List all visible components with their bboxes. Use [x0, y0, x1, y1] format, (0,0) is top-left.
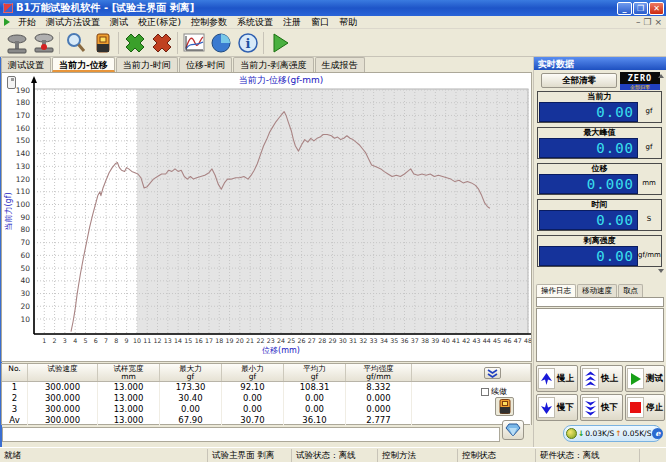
- results-table: No. 试验速度 试样宽度mm 最大力gf 最小力gf 平均力gf 平均强度gf…: [1, 363, 532, 425]
- restore-button[interactable]: ❐: [633, 2, 648, 15]
- svg-text:15: 15: [184, 337, 192, 344]
- menu-item-register[interactable]: 注册: [278, 16, 306, 29]
- start-icon[interactable]: [266, 30, 293, 56]
- stop-button[interactable]: 停止: [625, 394, 665, 421]
- svg-text:16: 16: [195, 337, 203, 344]
- zoom-icon[interactable]: [62, 30, 89, 56]
- mdi-window-controls[interactable]: – ❐ ×: [636, 17, 666, 27]
- status-ready: 就绪: [0, 449, 208, 462]
- continue-label: 续做: [491, 386, 507, 397]
- svg-text:50: 50: [20, 264, 30, 273]
- fast-down-button[interactable]: 快下: [580, 394, 623, 421]
- info-icon[interactable]: i: [234, 30, 261, 56]
- table-row[interactable]: 2300.00013.00030.400.000.000.000: [2, 393, 531, 404]
- save-data-button[interactable]: [495, 397, 514, 416]
- net-speed-widget[interactable]: ↓ 0.03K/S ↑ 0.05K/S e: [563, 425, 662, 442]
- tab-generate-report[interactable]: 生成报告: [315, 57, 365, 72]
- stop-icon: [627, 397, 644, 418]
- chart-page-icon[interactable]: [7, 76, 16, 89]
- tab-pick-point[interactable]: 取点: [618, 284, 643, 297]
- log-list[interactable]: [536, 308, 664, 362]
- svg-text:40: 40: [442, 337, 450, 344]
- svg-text:4: 4: [73, 337, 77, 344]
- table-row[interactable]: 1300.00013.000173.3092.10108.318.332: [2, 382, 531, 393]
- menu-item-help[interactable]: 帮助: [334, 16, 362, 29]
- svg-text:140: 140: [16, 149, 31, 158]
- slow-up-button[interactable]: 慢上: [536, 365, 578, 392]
- table-row[interactable]: 3300.00013.0000.000.000.000.000: [2, 404, 531, 415]
- mdi-restore-icon[interactable]: ❐: [643, 17, 651, 27]
- tab-force-peelstrength[interactable]: 当前力-剥离强度: [233, 57, 313, 72]
- svg-text:43: 43: [473, 337, 481, 344]
- tab-test-settings[interactable]: 测试设置: [1, 57, 51, 72]
- menu-item-window[interactable]: 窗口: [306, 16, 334, 29]
- menu-start-icon: [4, 18, 10, 26]
- svg-text:12: 12: [153, 337, 161, 344]
- tab-force-time[interactable]: 当前力-时间: [116, 57, 178, 72]
- table-row-average[interactable]: Av300.00013.00067.9030.7036.102.777: [2, 415, 531, 426]
- menu-item-calibration[interactable]: 校正(标定): [133, 16, 186, 29]
- tab-displacement-time[interactable]: 位移-时间: [179, 57, 232, 72]
- svg-text:21: 21: [246, 337, 254, 344]
- collapse-table-button[interactable]: [484, 367, 501, 379]
- svg-text:48: 48: [524, 337, 531, 344]
- checkbox-icon[interactable]: [481, 388, 489, 396]
- clear-all-button[interactable]: 全部清零: [541, 73, 617, 88]
- status-control-method: 控制方法: [378, 449, 458, 462]
- log-input[interactable]: [536, 297, 664, 307]
- close-button[interactable]: ✕: [649, 2, 664, 15]
- curves-icon[interactable]: [180, 30, 207, 56]
- svg-text:47: 47: [514, 337, 522, 344]
- svg-text:42: 42: [462, 337, 470, 344]
- menu-item-control-params[interactable]: 控制参数: [186, 16, 232, 29]
- green-cross-icon[interactable]: [121, 30, 148, 56]
- scroll-down-icon[interactable]: [658, 269, 664, 273]
- realtime-panel: 实时数据 全部清零 ZERO 全部归零 当前力 0.00gf 最大峰值 0.00…: [533, 57, 666, 447]
- test-button[interactable]: 测试: [625, 365, 665, 392]
- toolbar-separator: [177, 32, 178, 54]
- machine-icon[interactable]: [3, 30, 30, 56]
- svg-text:7: 7: [104, 337, 108, 344]
- display-time: 时间 0.00S: [537, 199, 662, 231]
- svg-text:30: 30: [20, 289, 30, 298]
- down-double-icon: [582, 397, 599, 418]
- minimize-button[interactable]: _: [617, 2, 632, 15]
- svg-text:位移(mm): 位移(mm): [262, 346, 300, 355]
- force-displacement-chart[interactable]: 1020304050607080901001101201301401501601…: [2, 73, 531, 361]
- svg-text:25: 25: [287, 337, 295, 344]
- tab-operation-log[interactable]: 操作日志: [536, 284, 576, 297]
- menu-item-method-setup[interactable]: 测试方法设置: [41, 16, 105, 29]
- tab-move-speed[interactable]: 移动速度: [577, 284, 617, 297]
- mdi-minimize-icon[interactable]: –: [636, 17, 641, 27]
- red-cross-icon[interactable]: [148, 30, 175, 56]
- fast-up-button[interactable]: 快上: [580, 365, 623, 392]
- menu-item-system-settings[interactable]: 系统设置: [232, 16, 278, 29]
- message-strip[interactable]: [2, 427, 500, 442]
- svg-text:130: 130: [16, 162, 31, 171]
- svg-text:i: i: [245, 36, 250, 51]
- svg-text:10: 10: [20, 315, 30, 324]
- menu-item-start[interactable]: 开始: [13, 16, 41, 29]
- slow-down-button[interactable]: 慢下: [536, 394, 578, 421]
- data-card-icon[interactable]: [89, 30, 116, 56]
- menu-item-test[interactable]: 测试: [105, 16, 133, 29]
- zero-badge[interactable]: ZERO 全部归零: [620, 72, 660, 90]
- svg-text:60: 60: [20, 251, 30, 260]
- continue-checkbox[interactable]: 续做: [481, 386, 507, 397]
- upload-arrow-icon: ↑: [615, 429, 621, 438]
- coin-icon: [566, 428, 577, 439]
- mdi-close-icon[interactable]: ×: [654, 17, 662, 27]
- svg-text:45: 45: [493, 337, 501, 344]
- status-view: 试验主界面 剥离: [208, 449, 292, 462]
- pie-chart-icon[interactable]: [207, 30, 234, 56]
- down-single-icon: [538, 397, 555, 418]
- gem-button[interactable]: [502, 420, 524, 440]
- scroll-up-icon[interactable]: [658, 74, 664, 78]
- status-bar: 就绪 试验主界面 剥离 试验状态：离线 控制方法 控制状态 硬件状态：离线: [0, 447, 666, 462]
- display-peel-strength: 剥离强度 0.00gf/mm: [537, 235, 662, 267]
- play-icon: [627, 368, 644, 389]
- tab-force-displacement[interactable]: 当前力-位移: [52, 57, 115, 72]
- app-icon: [3, 3, 13, 13]
- machine-busy-icon[interactable]: [30, 30, 57, 56]
- status-test-state: 试验状态：离线: [292, 449, 378, 462]
